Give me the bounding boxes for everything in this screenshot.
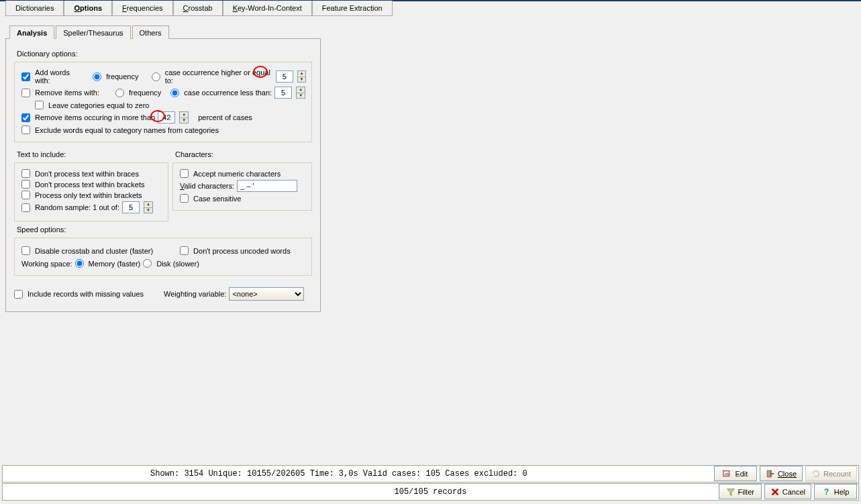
case-higher-label: case occurrence higher or equal to: [165, 68, 273, 85]
text-include-label: Text to include: [17, 150, 168, 158]
characters-label: Characters: [175, 150, 312, 158]
case-sensitive-label: Case sensitive [193, 195, 242, 203]
add-words-frequency-radio[interactable] [93, 72, 101, 81]
filter-button[interactable]: Filter [719, 484, 762, 499]
brackets-checkbox[interactable] [21, 180, 30, 189]
add-words-label: Add words with: [35, 68, 84, 85]
remove-frequency-radio[interactable] [115, 89, 124, 97]
braces-label: Don't process text within braces [35, 170, 139, 178]
tab-dictionaries[interactable]: Dictionaries [5, 1, 64, 16]
disk-radio[interactable] [143, 259, 152, 268]
svg-text:ab: ab [725, 470, 729, 475]
help-icon: ? [822, 487, 831, 497]
memory-radio[interactable] [75, 259, 84, 268]
tab-kwic[interactable]: Key-Word-In-Context [223, 1, 312, 16]
dont-uncoded-checkbox[interactable] [180, 246, 189, 255]
remove-items-label: Remove items with: [35, 89, 99, 97]
weighting-label: Weighting variable: [164, 290, 226, 298]
case-sensitive-checkbox[interactable] [180, 194, 189, 203]
svg-rect-3 [768, 470, 770, 476]
sub-tab-bar: Analysis Speller/Thesaurus Others [5, 26, 856, 39]
characters-group: Accept numeric characters Valid characte… [172, 162, 312, 211]
random-sample-label: Random sample: 1 out of: [35, 203, 119, 211]
tab-crosstab[interactable]: Crosstab [173, 1, 223, 16]
cancel-button[interactable]: Cancel [764, 484, 811, 499]
subtab-speller[interactable]: Speller/Thesaurus [56, 26, 130, 39]
help-button[interactable]: ? Help [814, 484, 857, 499]
disk-label: Disk (slower) [156, 260, 199, 268]
status-area: Shown: 3154 Unique: 10155/202605 Time: 3… [0, 464, 861, 501]
disable-crosstab-label: Disable crosstab and cluster (faster) [35, 247, 153, 255]
tab-frequencies[interactable]: Frequencies [112, 1, 173, 16]
remove-more-spinner[interactable]: ▲▼ [179, 111, 189, 123]
add-words-case-radio[interactable] [152, 72, 160, 81]
add-words-value-input[interactable] [276, 70, 293, 83]
random-sample-spinner[interactable]: ▲▼ [144, 201, 153, 213]
weighting-select[interactable]: <none> [229, 287, 304, 301]
percent-cases-label: percent of cases [198, 113, 252, 121]
working-space-label: Working space: [21, 260, 72, 268]
remove-more-value-input[interactable] [158, 111, 175, 123]
braces-checkbox[interactable] [21, 169, 30, 178]
valid-chars-input[interactable] [237, 180, 297, 192]
options-panel: Dictionary options: Add words with: freq… [5, 38, 321, 312]
only-brackets-label: Process only text within brackets [35, 191, 142, 199]
add-words-spinner[interactable]: ▲▼ [297, 70, 306, 83]
memory-label: Memory (faster) [89, 260, 141, 268]
edit-icon: ab [723, 469, 732, 478]
include-missing-label: Include records with missing values [28, 290, 144, 298]
speed-options-group: Disable crosstab and cluster (faster) Do… [14, 238, 312, 276]
cancel-icon [770, 487, 780, 497]
dictionary-options-group: Add words with: frequency case occurrenc… [14, 62, 312, 142]
text-include-group: Don't process text within braces Don't p… [14, 162, 168, 221]
dont-uncoded-label: Don't process uncoded words [193, 247, 291, 255]
filter-icon [726, 487, 736, 497]
random-sample-input[interactable] [122, 201, 140, 213]
tab-options[interactable]: Options [64, 1, 112, 16]
svg-text:?: ? [823, 487, 828, 497]
door-icon [766, 469, 775, 478]
speed-options-label: Speed options: [17, 225, 312, 234]
add-words-checkbox[interactable] [21, 72, 30, 81]
random-sample-checkbox[interactable] [21, 203, 30, 212]
case-less-label: case occurrence less than: [184, 89, 272, 97]
remove-case-radio[interactable] [170, 89, 179, 97]
numeric-label: Accept numeric characters [193, 170, 281, 178]
remove-more-label: Remove items occuring in more than [35, 113, 155, 121]
close-button[interactable]: Close [760, 466, 803, 481]
exclude-names-checkbox[interactable] [21, 125, 30, 134]
edit-button[interactable]: ab Edit [714, 466, 757, 481]
remove-items-checkbox[interactable] [21, 89, 30, 97]
remove-more-checkbox[interactable] [21, 113, 30, 122]
frequency-label: frequency [106, 72, 138, 81]
numeric-checkbox[interactable] [180, 169, 189, 178]
main-tab-bar: Dictionaries Options Frequencies Crossta… [0, 0, 861, 17]
include-missing-checkbox[interactable] [14, 290, 23, 299]
remove-items-value-input[interactable] [274, 87, 292, 99]
remove-items-spinner[interactable]: ▲▼ [296, 87, 305, 99]
recount-button[interactable]: Recount [805, 466, 857, 481]
subtab-analysis[interactable]: Analysis [9, 26, 54, 39]
leave-categories-checkbox[interactable] [35, 101, 44, 109]
remove-frequency-label: frequency [129, 89, 161, 97]
disable-crosstab-checkbox[interactable] [21, 246, 30, 255]
exclude-names-label: Exclude words equal to category names fr… [35, 126, 219, 134]
leave-categories-label: Leave categories equal to zero [48, 101, 149, 109]
brackets-label: Don't process text within brackets [35, 181, 145, 189]
only-brackets-checkbox[interactable] [21, 191, 30, 199]
valid-chars-label: Valid characters: [180, 182, 234, 190]
subtab-others[interactable]: Others [132, 26, 169, 39]
tab-feature[interactable]: Feature Extraction [312, 1, 393, 16]
dictionary-options-label: Dictionary options: [17, 50, 312, 58]
recount-icon [811, 469, 821, 478]
